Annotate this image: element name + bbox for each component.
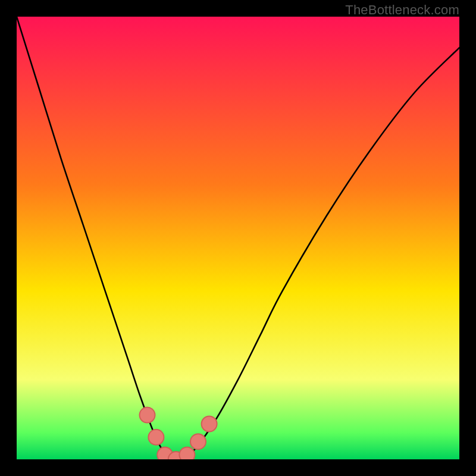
marker-valley-right	[179, 447, 195, 459]
bottleneck-curve	[17, 17, 459, 459]
plot-area	[17, 17, 459, 459]
marker-right-lower	[190, 434, 206, 449]
valley-markers	[140, 408, 217, 459]
watermark-text: TheBottleneck.com	[345, 2, 459, 18]
marker-left-lower	[148, 430, 164, 445]
frame: TheBottleneck.com	[0, 0, 476, 476]
marker-left-upper	[140, 408, 155, 423]
curve-layer	[17, 17, 459, 459]
marker-right-upper	[202, 416, 217, 432]
